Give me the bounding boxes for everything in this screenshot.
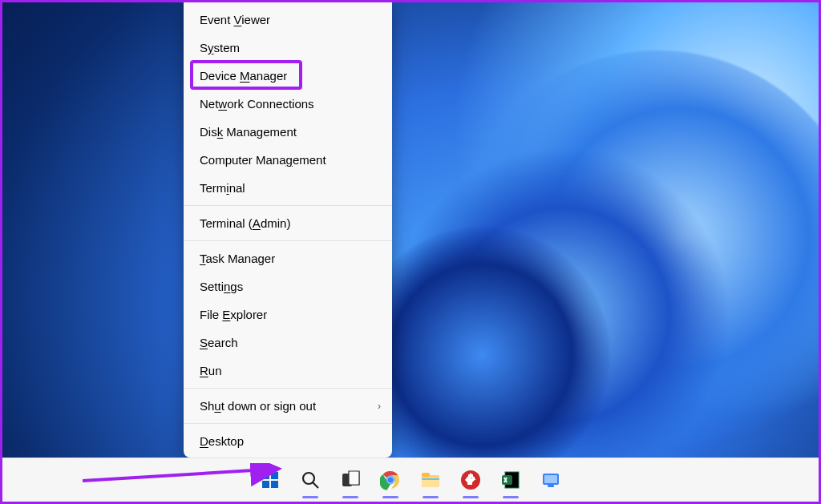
menu-item-text: nal: [229, 181, 245, 195]
taskbar-active-indicator: [463, 496, 479, 498]
svg-point-4: [303, 473, 314, 484]
remote-desktop-icon[interactable]: [540, 469, 562, 491]
menu-item-accelerator: w: [218, 97, 227, 111]
task-view-icon[interactable]: [339, 469, 362, 491]
menu-item-text: Sh: [200, 399, 214, 413]
menu-item-desktop[interactable]: Desktop: [184, 427, 392, 455]
wallpaper-petal: [354, 227, 610, 483]
svg-rect-24: [548, 485, 554, 487]
taskbar-active-indicator: [302, 496, 318, 498]
svg-rect-2: [262, 481, 269, 488]
file-explorer-icon[interactable]: [419, 469, 442, 491]
svg-rect-21: [502, 475, 512, 485]
menu-item-accelerator: E: [222, 308, 230, 321]
menu-item-text: Net: [200, 97, 218, 111]
start-button[interactable]: [259, 469, 281, 491]
menu-item-text: dmin): [261, 216, 291, 230]
menu-separator: [184, 423, 392, 424]
taskbar-active-indicator: [382, 496, 398, 498]
svg-rect-0: [262, 472, 269, 479]
taskbar-active-indicator: [423, 496, 439, 498]
menu-item-text: Terminal (: [200, 216, 253, 230]
chrome-icon[interactable]: [379, 469, 402, 491]
svg-rect-1: [271, 472, 278, 479]
menu-item-run[interactable]: Run: [184, 357, 392, 385]
chevron-right-icon: ›: [378, 401, 381, 412]
menu-item-device-manager[interactable]: Device Manager: [184, 62, 392, 90]
taskbar: [2, 458, 819, 502]
menu-item-text: xplorer: [230, 308, 267, 321]
menu-item-task-manager[interactable]: Task Manager: [184, 244, 392, 272]
ccleaner-icon[interactable]: [459, 469, 482, 491]
menu-item-accelerator: g: [286, 153, 293, 167]
taskbar-active-indicator: [342, 496, 358, 498]
menu-separator: [184, 205, 392, 206]
menu-item-accelerator: V: [234, 13, 242, 26]
menu-item-terminal[interactable]: Terminal: [184, 174, 392, 202]
excel-icon[interactable]: [499, 469, 522, 491]
menu-item-accelerator: S: [200, 336, 208, 349]
search-icon[interactable]: [299, 469, 322, 491]
menu-item-text: esktop: [208, 434, 244, 448]
menu-item-accelerator: R: [200, 364, 208, 377]
menu-item-system[interactable]: System: [184, 34, 392, 62]
svg-rect-8: [349, 471, 359, 485]
menu-item-text: gs: [230, 280, 243, 293]
menu-item-disk-management[interactable]: Disk Management: [184, 118, 392, 146]
menu-item-text: t down or sign out: [221, 399, 316, 413]
menu-item-computer-management[interactable]: Computer Management: [184, 146, 392, 174]
menu-item-text: anager: [250, 69, 288, 83]
svg-rect-15: [422, 473, 430, 477]
menu-item-text: Term: [200, 181, 226, 195]
menu-item-accelerator: u: [214, 399, 220, 413]
menu-item-network-connections[interactable]: Network Connections: [184, 90, 392, 118]
svg-rect-3: [271, 481, 278, 488]
svg-point-13: [387, 477, 394, 483]
menu-item-text: File: [200, 308, 222, 321]
menu-item-text: earch: [208, 336, 238, 349]
menu-item-text: Management: [223, 125, 297, 139]
menu-item-settings[interactable]: Settings: [184, 272, 392, 300]
menu-item-text: Event: [200, 13, 234, 26]
menu-item-event-viewer[interactable]: Event Viewer: [184, 6, 392, 34]
menu-item-text: Computer Mana: [200, 153, 286, 167]
menu-item-text: Dis: [200, 125, 217, 139]
desktop-area: Event ViewerSystemDevice ManagerNetwork …: [2, 2, 819, 502]
winx-context-menu[interactable]: Event ViewerSystemDevice ManagerNetwork …: [184, 2, 392, 458]
menu-item-shut-down-or-sign-out[interactable]: Shut down or sign out›: [184, 392, 392, 420]
menu-item-file-explorer[interactable]: File Explorer: [184, 300, 392, 329]
menu-item-terminal-admin[interactable]: Terminal (Admin): [184, 209, 392, 237]
menu-item-text: ement: [293, 153, 326, 167]
menu-separator: [184, 388, 392, 389]
menu-separator: [184, 240, 392, 241]
menu-item-accelerator: T: [200, 252, 206, 265]
menu-item-text: iewer: [241, 13, 270, 26]
menu-item-text: stem: [214, 41, 241, 54]
menu-item-text: Setti: [200, 280, 224, 293]
menu-item-text: ask Manager: [206, 252, 276, 265]
menu-item-accelerator: D: [200, 434, 208, 448]
menu-item-accelerator: M: [240, 69, 250, 83]
svg-rect-17: [422, 478, 439, 480]
svg-rect-23: [544, 475, 557, 483]
menu-item-accelerator: y: [208, 41, 214, 54]
menu-item-text: ork Connections: [227, 97, 313, 111]
taskbar-active-indicator: [503, 496, 519, 498]
menu-item-text: S: [200, 41, 208, 54]
menu-item-text: Device: [200, 69, 240, 83]
menu-item-text: un: [208, 364, 222, 377]
menu-item-accelerator: A: [253, 216, 261, 230]
menu-item-search[interactable]: Search: [184, 329, 392, 357]
